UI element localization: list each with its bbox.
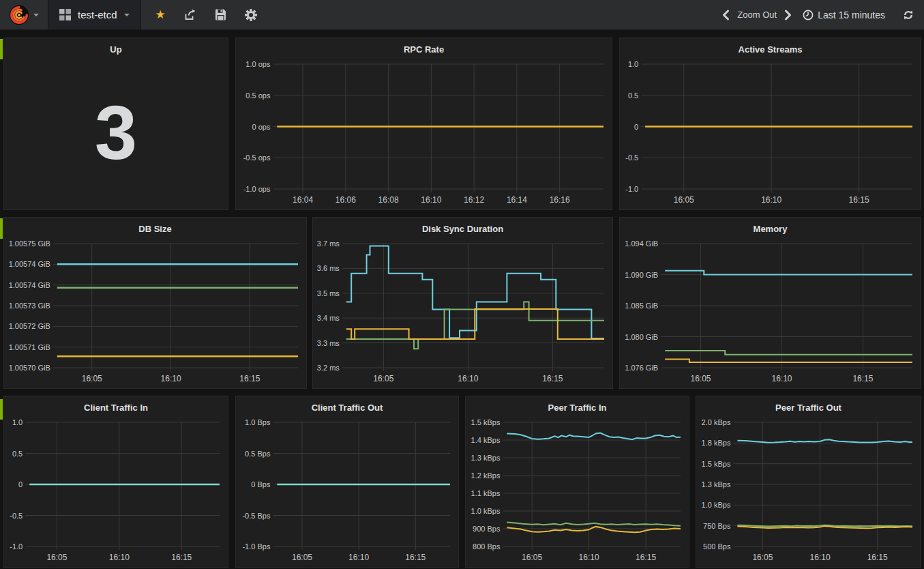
share-icon bbox=[184, 9, 196, 20]
chart-peer-traffic-in[interactable]: 800 Bps900 Bps1.0 kBps1.1 kBps1.2 kBps1.… bbox=[466, 414, 689, 567]
panel-title[interactable]: Peer Traffic Out bbox=[696, 396, 921, 414]
x-tick-label: 16:10 bbox=[761, 195, 781, 205]
chart-disk-sync-duration[interactable]: 3.2 ms3.3 ms3.4 ms3.5 ms3.6 ms3.7 ms16:0… bbox=[313, 235, 612, 388]
x-tick-label: 16:14 bbox=[507, 195, 527, 205]
panel-up: Up 3 bbox=[3, 38, 228, 210]
panel-title-text: Active Streams bbox=[739, 44, 803, 55]
grafana-logo-menu[interactable] bbox=[0, 0, 48, 29]
x-tick-label: 16:15 bbox=[852, 374, 873, 383]
panel-title[interactable]: Active Streams bbox=[620, 38, 921, 56]
y-tick-label: 0.5 bbox=[628, 91, 638, 100]
panel-title[interactable]: Client Traffic In bbox=[4, 396, 228, 414]
panel-title[interactable]: Client Traffic Out bbox=[236, 396, 458, 414]
save-button[interactable] bbox=[215, 9, 226, 20]
panel-client-traffic-out: Client Traffic Out -1.0 Bps-0.5 Bps0 Bps… bbox=[235, 396, 459, 568]
y-tick-label: 3.2 ms bbox=[317, 364, 340, 372]
y-tick-label: 3.3 ms bbox=[317, 339, 340, 347]
panel-title[interactable]: DB Size bbox=[4, 218, 306, 235]
x-tick-label: 16:15 bbox=[171, 553, 192, 562]
panel-peer-traffic-in: Peer Traffic In 800 Bps900 Bps1.0 kBps1.… bbox=[465, 396, 689, 568]
y-tick-label: 0 ops bbox=[252, 123, 270, 131]
x-tick-label: 16:05 bbox=[292, 553, 312, 562]
chart-active-streams[interactable]: -1.0-0.500.51.016:0516:1016:15 bbox=[620, 56, 921, 209]
panel-title[interactable]: Memory bbox=[620, 218, 921, 235]
row-collapse-indicator[interactable] bbox=[0, 39, 3, 59]
gear-icon bbox=[245, 9, 257, 21]
panel-title-text: Client Traffic Out bbox=[312, 403, 383, 413]
chart-memory[interactable]: 1.076 GiB1.080 GiB1.085 GiB1.090 GiB1.09… bbox=[620, 235, 921, 388]
y-tick-label: 750 Bps bbox=[703, 522, 731, 530]
x-tick-label: 16:12 bbox=[464, 195, 484, 205]
panel-title[interactable]: Peer Traffic In bbox=[466, 396, 689, 414]
time-shift-back-button[interactable] bbox=[721, 10, 730, 20]
chart-svg: -1.0-0.500.51.016:0516:1016:15 bbox=[620, 56, 921, 209]
y-tick-label: 3.5 ms bbox=[317, 289, 340, 297]
time-shift-forward-button[interactable] bbox=[784, 10, 793, 20]
refresh-button[interactable] bbox=[903, 10, 914, 20]
y-tick-label: 1.3 kBps bbox=[471, 454, 501, 462]
x-tick-label: 16:15 bbox=[849, 195, 869, 205]
star-icon[interactable]: ★ bbox=[155, 9, 166, 20]
y-tick-label: 0.5 ops bbox=[245, 91, 271, 100]
y-tick-label: 1.085 GiB bbox=[625, 302, 658, 310]
share-button[interactable] bbox=[184, 9, 196, 20]
x-tick-label: 16:05 bbox=[373, 374, 393, 383]
grafana-logo-icon bbox=[9, 5, 29, 25]
y-tick-label: 0.5 Bps bbox=[245, 450, 271, 458]
clock-icon bbox=[803, 10, 814, 20]
x-tick-label: 16:15 bbox=[867, 553, 888, 562]
panel-title-text: RPC Rate bbox=[404, 44, 444, 55]
panel-memory: Memory 1.076 GiB1.080 GiB1.085 GiB1.090 … bbox=[619, 217, 921, 389]
x-tick-label: 16:05 bbox=[82, 374, 102, 383]
series-line bbox=[737, 439, 912, 443]
x-tick-label: 16:05 bbox=[46, 553, 67, 562]
panel-peer-traffic-out: Peer Traffic Out 500 Bps750 Bps1.0 kBps1… bbox=[696, 396, 921, 568]
y-tick-label: 1.00573 GiB bbox=[9, 302, 50, 310]
y-tick-label: -0.5 ops bbox=[243, 154, 271, 162]
settings-button[interactable] bbox=[245, 9, 257, 21]
chart-client-traffic-in[interactable]: -1.0-0.500.51.016:0516:1016:15 bbox=[4, 414, 228, 567]
y-tick-label: 0 bbox=[634, 123, 638, 131]
x-tick-label: 16:15 bbox=[239, 374, 260, 383]
x-tick-label: 16:15 bbox=[636, 553, 656, 562]
chart-db-size[interactable]: 1.00570 GiB1.00571 GiB1.00572 GiB1.00573… bbox=[4, 235, 306, 388]
chart-rpc-rate[interactable]: -1.0 ops-0.5 ops0 ops0.5 ops1.0 ops16:04… bbox=[236, 56, 612, 209]
y-tick-label: 3.4 ms bbox=[317, 314, 340, 322]
y-tick-label: 1.094 GiB bbox=[625, 239, 658, 248]
panel-title-text: Peer Traffic In bbox=[548, 403, 607, 413]
y-tick-label: 500 Bps bbox=[703, 542, 731, 551]
row-collapse-indicator[interactable] bbox=[0, 218, 3, 239]
panel-title[interactable]: Up bbox=[4, 38, 228, 56]
panel-title[interactable]: RPC Rate bbox=[236, 38, 612, 56]
chart-svg: 3.2 ms3.3 ms3.4 ms3.5 ms3.6 ms3.7 ms16:0… bbox=[313, 235, 612, 388]
y-tick-label: 1.080 GiB bbox=[625, 333, 658, 341]
time-controls: Zoom Out Last 15 minutes bbox=[721, 0, 924, 29]
time-range-label: Last 15 minutes bbox=[818, 10, 885, 20]
x-tick-label: 16:10 bbox=[161, 374, 181, 383]
chart-svg: 800 Bps900 Bps1.0 kBps1.1 kBps1.2 kBps1.… bbox=[466, 414, 689, 567]
dashboard-title-dropdown[interactable]: test-etcd bbox=[48, 0, 141, 29]
x-tick-label: 16:05 bbox=[691, 374, 711, 383]
chart-client-traffic-out[interactable]: -1.0 Bps-0.5 Bps0 Bps0.5 Bps1.0 Bps16:05… bbox=[236, 414, 458, 567]
series-line bbox=[507, 527, 681, 532]
chart-peer-traffic-out[interactable]: 500 Bps750 Bps1.0 kBps1.3 kBps1.5 kBps1.… bbox=[696, 414, 921, 567]
y-tick-label: 1.4 kBps bbox=[471, 436, 501, 444]
save-icon bbox=[215, 9, 226, 20]
row-collapse-indicator[interactable] bbox=[0, 399, 3, 420]
x-tick-label: 16:05 bbox=[522, 553, 542, 562]
y-tick-label: 3.6 ms bbox=[317, 264, 340, 272]
panel-title[interactable]: Disk Sync Duration bbox=[313, 218, 612, 235]
panel-db-size: DB Size 1.00570 GiB1.00571 GiB1.00572 Gi… bbox=[3, 217, 307, 389]
y-tick-label: 1.00570 GiB bbox=[9, 364, 50, 372]
y-tick-label: 1.0 bbox=[628, 60, 638, 68]
x-tick-label: 16:04 bbox=[293, 195, 313, 205]
y-tick-label: 1.076 GiB bbox=[625, 364, 658, 372]
zoom-out-button[interactable]: Zoom Out bbox=[737, 10, 777, 20]
y-tick-label: 900 Bps bbox=[473, 525, 501, 533]
y-tick-label: 1.00572 GiB bbox=[9, 322, 50, 330]
y-tick-label: 1.0 Bps bbox=[245, 418, 271, 426]
x-tick-label: 16:15 bbox=[542, 374, 563, 383]
y-tick-label: 1.3 kBps bbox=[702, 480, 731, 488]
time-range-picker[interactable]: Last 15 minutes bbox=[803, 10, 885, 20]
y-tick-label: 1.0 kBps bbox=[471, 507, 501, 515]
